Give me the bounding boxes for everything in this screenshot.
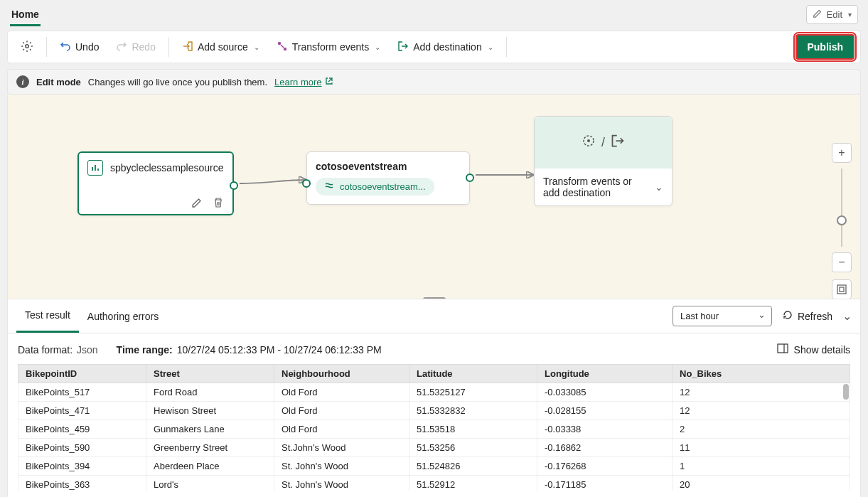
undo-label: Undo (75, 41, 99, 53)
table-row[interactable]: BikePoints_363Lord'sSt. John's Wood51.52… (18, 476, 850, 491)
chevron-down-icon: ⌄ (254, 43, 259, 51)
col-header-longitude[interactable]: Longitude (537, 365, 673, 383)
svg-point-1 (278, 41, 281, 44)
table-cell: Hewison Street (146, 402, 274, 420)
data-format-value: Json (77, 344, 98, 356)
tab-home[interactable]: Home (10, 3, 41, 26)
output-port[interactable] (230, 181, 238, 190)
col-header-nobikes[interactable]: No_Bikes (673, 365, 850, 383)
undo-icon (60, 41, 71, 54)
table-row[interactable]: BikePoints_459Gunmakers LaneOld Ford51.5… (18, 420, 850, 439)
panel-resize-handle[interactable] (423, 297, 446, 299)
destination-node[interactable]: / Transform events or add destination ⌄ (534, 116, 673, 206)
svg-rect-5 (837, 285, 846, 294)
results-table-wrap[interactable]: BikepointID Street Neighbourhood Latitud… (18, 364, 850, 491)
source-node[interactable]: spbycleclessamplesource (77, 151, 234, 215)
publish-button[interactable]: Publish (795, 34, 854, 60)
refresh-button[interactable]: Refresh (782, 309, 832, 323)
svg-rect-7 (778, 344, 788, 353)
output-port[interactable] (466, 173, 474, 182)
table-cell: BikePoints_590 (18, 439, 146, 457)
table-row[interactable]: BikePoints_590Greenberry StreetSt.John's… (18, 439, 850, 457)
show-details-button[interactable]: Show details (777, 343, 850, 356)
edit-dropdown[interactable]: Edit ▾ (806, 5, 858, 24)
details-icon (777, 343, 788, 356)
table-cell: -0.028155 (537, 402, 673, 420)
table-cell: St.John's Wood (274, 439, 409, 457)
col-header-latitude[interactable]: Latitude (409, 365, 537, 383)
source-node-title: spbycleclessamplesource (110, 162, 224, 173)
col-header-neighbourhood[interactable]: Neighbourhood (274, 365, 409, 383)
zoom-slider[interactable] (841, 169, 842, 247)
table-cell: Old Ford (274, 402, 409, 420)
undo-button[interactable]: Undo (53, 36, 106, 58)
zoom-out-button[interactable]: − (832, 252, 852, 272)
zoom-thumb[interactable] (837, 215, 847, 225)
arrow-out-icon (611, 134, 625, 151)
redo-label: Redo (132, 41, 155, 53)
zoom-in-button[interactable]: + (832, 143, 852, 163)
separator (168, 37, 169, 57)
table-cell: 51.5332832 (409, 402, 537, 420)
table-cell: BikePoints_517 (18, 383, 146, 402)
table-cell: 20 (673, 476, 850, 491)
chevron-down-icon[interactable]: ⌄ (655, 181, 663, 193)
results-table: BikepointID Street Neighbourhood Latitud… (18, 364, 850, 491)
separator (46, 37, 47, 57)
delete-node-button[interactable] (211, 196, 225, 210)
vertical-scrollbar[interactable] (843, 384, 849, 400)
collapse-panel-button[interactable]: ⌄ (842, 309, 852, 323)
table-cell: BikePoints_471 (18, 402, 146, 420)
zoom-fit-button[interactable] (832, 279, 852, 299)
table-row[interactable]: BikePoints_394Aberdeen PlaceSt. John's W… (18, 457, 850, 476)
stream-pill[interactable]: cotosoeventstream... (316, 178, 434, 196)
main-toolbar: Undo Redo Add source ⌄ Transform events … (7, 31, 861, 63)
table-cell: 51.524826 (409, 457, 537, 476)
learn-more-link[interactable]: Learn more (274, 77, 333, 87)
stream-pill-label: cotosoeventstream... (340, 181, 426, 192)
transform-icon (277, 41, 288, 54)
table-row[interactable]: BikePoints_517Ford RoadOld Ford51.532512… (18, 383, 850, 402)
banner-mode: Edit mode (36, 77, 81, 87)
pencil-icon (813, 9, 823, 21)
external-link-icon (325, 77, 333, 87)
table-row[interactable]: BikePoints_471Hewison StreetOld Ford51.5… (18, 402, 850, 420)
edit-node-button[interactable] (190, 196, 204, 210)
separator (506, 37, 507, 57)
chevron-down-icon: ⌄ (375, 43, 380, 51)
stream-icon (324, 181, 334, 193)
tab-test-result[interactable]: Test result (16, 299, 79, 333)
add-source-button[interactable]: Add source ⌄ (175, 36, 267, 58)
add-destination-button[interactable]: Add destination ⌄ (390, 36, 500, 58)
time-range-select[interactable]: Last hour (673, 306, 772, 326)
gear-icon (21, 40, 33, 55)
add-source-label: Add source (198, 41, 248, 53)
transform-events-button[interactable]: Transform events ⌄ (269, 36, 387, 58)
svg-rect-6 (840, 287, 844, 292)
show-details-label: Show details (794, 344, 850, 356)
input-port[interactable] (302, 179, 311, 188)
col-header-street[interactable]: Street (146, 365, 274, 383)
table-cell: 12 (673, 383, 850, 402)
settings-button[interactable] (14, 36, 41, 59)
table-cell: 11 (673, 439, 850, 457)
time-range-key: Time range: (117, 344, 173, 356)
refresh-icon (782, 309, 793, 323)
data-format-key: Data format: (18, 344, 73, 356)
refresh-label: Refresh (798, 311, 832, 322)
col-header-bikepointid[interactable]: BikepointID (18, 365, 146, 383)
edit-mode-banner: i Edit mode Changes will go live once yo… (7, 69, 861, 95)
stream-node[interactable]: cotosoeventstream cotosoeventstream... (306, 151, 470, 205)
design-canvas[interactable]: spbycleclessamplesource cotosoeventstrea… (7, 95, 861, 299)
redo-button: Redo (109, 36, 162, 58)
table-cell: -0.171185 (537, 476, 673, 491)
slash-separator: / (601, 135, 605, 150)
table-cell: St. John's Wood (274, 476, 409, 491)
table-cell: 51.53256 (409, 439, 537, 457)
banner-message: Changes will go live once you publish th… (88, 77, 267, 87)
table-cell: Lord's (146, 476, 274, 491)
add-destination-label: Add destination (413, 41, 482, 53)
tab-authoring-errors[interactable]: Authoring errors (79, 301, 167, 332)
chevron-down-icon: ▾ (848, 11, 852, 18)
table-cell: Aberdeen Place (146, 457, 274, 476)
